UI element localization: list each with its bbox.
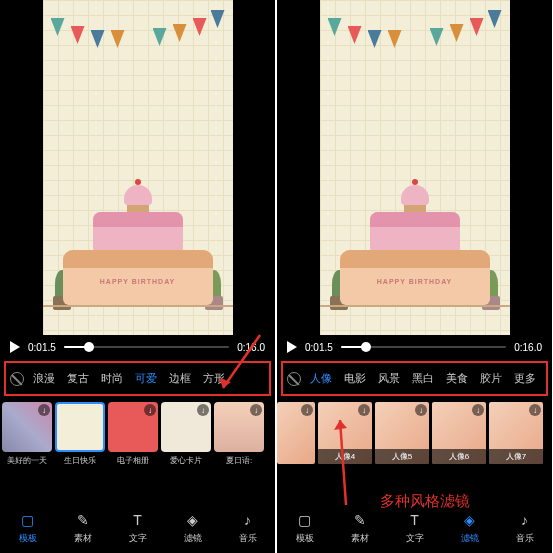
- bottom-nav: ▢模板 ✎素材 T文字 ◈滤镜 ♪音乐: [0, 503, 275, 553]
- tab-film[interactable]: 胶片: [475, 369, 507, 388]
- nav-music[interactable]: ♪音乐: [239, 511, 257, 545]
- template-thumbs: 美好的一天 生日快乐 电子相册 爱心卡片 夏日语:: [0, 398, 275, 470]
- download-icon: [529, 404, 541, 416]
- style-tabs: 浪漫 复古 时尚 可爱 边框 方形: [4, 361, 271, 396]
- thumb-item[interactable]: 人像5: [375, 402, 429, 464]
- thumb-item[interactable]: 电子相册: [108, 402, 158, 466]
- progress-slider[interactable]: [341, 346, 506, 348]
- left-panel: 0:01.5 0:16.0 浪漫 复古 时尚 可爱 边框 方形 美好的一天 生日…: [0, 0, 275, 553]
- total-time: 0:16.0: [237, 342, 265, 353]
- tab-cute[interactable]: 可爱: [130, 369, 162, 388]
- download-icon: [197, 404, 209, 416]
- download-icon: [301, 404, 313, 416]
- tab-movie[interactable]: 电影: [339, 369, 371, 388]
- download-icon: [250, 404, 262, 416]
- download-icon: [144, 404, 156, 416]
- nav-filter[interactable]: ◈滤镜: [184, 511, 202, 545]
- nav-material[interactable]: ✎素材: [74, 511, 92, 545]
- nav-filter[interactable]: ◈滤镜: [461, 511, 479, 545]
- text-icon: T: [406, 511, 424, 529]
- music-icon: ♪: [516, 511, 534, 529]
- filter-icon: ◈: [461, 511, 479, 529]
- tab-bw[interactable]: 黑白: [407, 369, 439, 388]
- progress-slider[interactable]: [64, 346, 229, 348]
- current-time: 0:01.5: [305, 342, 333, 353]
- none-icon[interactable]: [287, 372, 301, 386]
- thumb-item[interactable]: 美好的一天: [2, 402, 52, 466]
- tab-food[interactable]: 美食: [441, 369, 473, 388]
- thumb-item[interactable]: 人像4: [318, 402, 372, 464]
- nav-template[interactable]: ▢模板: [19, 511, 37, 545]
- thumb-item[interactable]: 夏日语:: [214, 402, 264, 466]
- nav-material[interactable]: ✎素材: [351, 511, 369, 545]
- nav-template[interactable]: ▢模板: [296, 511, 314, 545]
- filter-icon: ◈: [184, 511, 202, 529]
- download-icon: [472, 404, 484, 416]
- nav-text[interactable]: T文字: [406, 511, 424, 545]
- tab-border[interactable]: 边框: [164, 369, 196, 388]
- tab-portrait[interactable]: 人像: [305, 369, 337, 388]
- download-icon: [358, 404, 370, 416]
- total-time: 0:16.0: [514, 342, 542, 353]
- filter-tabs: 人像 电影 风景 黑白 美食 胶片 更多: [281, 361, 548, 396]
- play-button[interactable]: [10, 341, 20, 353]
- tab-scenery[interactable]: 风景: [373, 369, 405, 388]
- tab-retro[interactable]: 复古: [62, 369, 94, 388]
- download-icon: [38, 404, 50, 416]
- template-icon: ▢: [19, 511, 37, 529]
- tab-fashion[interactable]: 时尚: [96, 369, 128, 388]
- material-icon: ✎: [351, 511, 369, 529]
- thumb-item[interactable]: 生日快乐: [55, 402, 105, 466]
- play-button[interactable]: [287, 341, 297, 353]
- thumb-item[interactable]: 人像7: [489, 402, 543, 464]
- none-icon[interactable]: [10, 372, 24, 386]
- music-icon: ♪: [239, 511, 257, 529]
- material-icon: ✎: [74, 511, 92, 529]
- template-icon: ▢: [296, 511, 314, 529]
- thumb-item[interactable]: 人像6: [432, 402, 486, 464]
- thumb-item[interactable]: [277, 402, 315, 464]
- tab-square[interactable]: 方形: [198, 369, 230, 388]
- nav-music[interactable]: ♪音乐: [516, 511, 534, 545]
- text-icon: T: [129, 511, 147, 529]
- video-preview[interactable]: [320, 0, 510, 335]
- tab-more[interactable]: 更多: [509, 369, 541, 388]
- download-icon: [415, 404, 427, 416]
- right-panel: 0:01.5 0:16.0 人像 电影 风景 黑白 美食 胶片 更多 人像4 人…: [277, 0, 552, 553]
- nav-text[interactable]: T文字: [129, 511, 147, 545]
- video-preview[interactable]: [43, 0, 233, 335]
- thumb-item[interactable]: 爱心卡片: [161, 402, 211, 466]
- annotation-text: 多种风格滤镜: [380, 492, 470, 511]
- tab-romantic[interactable]: 浪漫: [28, 369, 60, 388]
- current-time: 0:01.5: [28, 342, 56, 353]
- filter-thumbs: 人像4 人像5 人像6 人像7: [277, 398, 552, 468]
